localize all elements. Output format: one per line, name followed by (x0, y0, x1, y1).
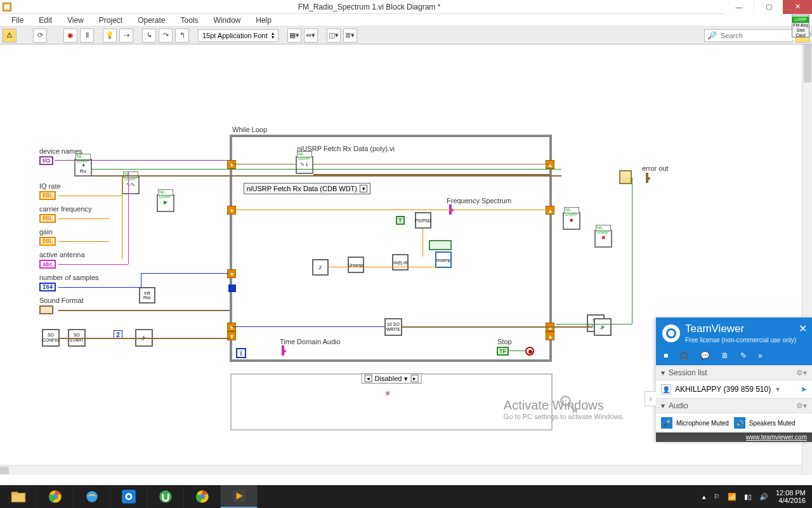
node-fetch-rx[interactable]: NI-USRP ∿⇣ (296, 156, 313, 174)
node-close[interactable]: NI-USRP ✖ (594, 230, 612, 248)
loop-stop-terminal[interactable] (525, 347, 534, 356)
poly-selector[interactable]: niUSRP Fetch Rx Data (CDB WDT) ▾ (244, 183, 370, 194)
node-sound-clear[interactable]: 🔊 (594, 318, 612, 336)
node-sound-config[interactable]: SO CONFIG (42, 329, 60, 347)
menu-window[interactable]: Window (206, 15, 249, 26)
task-chrome-2[interactable] (184, 485, 221, 508)
chevron-down-icon[interactable]: ▾ (776, 385, 780, 394)
window-close-button[interactable]: ✕ (783, 0, 812, 14)
node-z[interactable]: Z (312, 259, 329, 276)
abort-button[interactable]: ◉ (63, 29, 77, 43)
loop-shiftreg-left-1[interactable]: ▾ (227, 206, 236, 215)
task-labview[interactable] (221, 485, 258, 508)
task-teamviewer[interactable] (110, 485, 147, 508)
tray-network-icon[interactable]: 📶 (728, 493, 737, 501)
menu-file[interactable]: File (4, 15, 31, 26)
step-out-button[interactable]: ↰ (175, 29, 189, 43)
node-build-array[interactable] (619, 170, 632, 184)
session-list-header[interactable]: ▾ Session list ⚙▾ (656, 365, 812, 380)
control-stop[interactable]: TF (497, 347, 509, 356)
retain-wire-button[interactable]: ⇢ (119, 29, 133, 43)
teamviewer-link[interactable]: www.teamviewer.com (746, 434, 807, 441)
terminal-iq-rate[interactable]: DBL (39, 191, 56, 200)
task-chrome[interactable] (37, 485, 74, 508)
loop-tunnel-session-out[interactable]: ▴ (546, 160, 554, 169)
audio-section-header[interactable]: ▾ Audio ⚙▾ (656, 398, 812, 413)
chevron-right-icon[interactable]: ▸ (410, 375, 418, 382)
font-selector[interactable]: 15pt Application Font ▴▾ (198, 29, 278, 42)
tray-volume-icon[interactable]: 🔊 (759, 493, 768, 501)
run-continuously-button[interactable]: ⟳ (33, 29, 47, 43)
loop-tunnel-samples[interactable] (228, 284, 236, 292)
node-dxdt[interactable]: dx(t) dt (392, 254, 409, 271)
tray-flag-icon[interactable]: ⚐ (714, 493, 720, 501)
headset-icon[interactable]: 🎧 (679, 351, 689, 360)
indicator-time-domain-audio[interactable] (282, 345, 284, 356)
loop-shiftreg-left-2[interactable]: ▾ (227, 269, 236, 278)
menu-project[interactable]: Project (91, 15, 130, 26)
reorder-button[interactable]: ≣▾ (343, 29, 357, 43)
video-icon[interactable]: ■ (664, 351, 668, 360)
window-minimize-button[interactable]: — (724, 0, 754, 14)
task-ie[interactable] (74, 485, 110, 508)
node-sound-write[interactable]: 16 SO WRITE (384, 318, 402, 336)
node-open-session[interactable]: NI-USRP ☀Rx (74, 159, 92, 177)
chevron-down-icon[interactable]: ▾ (404, 375, 408, 383)
gear-icon[interactable]: ⚙▾ (796, 401, 807, 410)
distribute-button[interactable]: ⇔▾ (304, 29, 318, 43)
terminal-carrier-frequency[interactable]: DBL (39, 214, 56, 223)
loop-iteration-terminal[interactable]: i (236, 348, 246, 358)
task-utorrent[interactable] (147, 485, 184, 508)
menu-edit[interactable]: Edit (31, 15, 60, 26)
chat-icon[interactable]: 💬 (700, 351, 710, 360)
disable-case-selector[interactable]: ◂ Disabled ▾ ▸ (362, 373, 422, 384)
menu-operate[interactable]: Operate (130, 15, 173, 26)
node-init-resource[interactable]: Init Rsc (139, 287, 155, 304)
loop-tunnel-session-in[interactable]: ▾ (227, 160, 236, 169)
chevron-left-icon[interactable]: ◂ (365, 375, 372, 382)
menu-view[interactable]: View (60, 15, 91, 26)
tray-battery-icon[interactable]: ▮▯ (744, 493, 752, 501)
menu-help[interactable]: Help (248, 15, 279, 26)
scrollbar-thumb[interactable] (804, 44, 811, 83)
node-ps-psd[interactable]: PS/PSD (415, 212, 431, 229)
terminal-gain[interactable]: DBL (39, 237, 56, 246)
node-unwrap[interactable]: Unwrap (348, 257, 364, 273)
vi-icon-badge[interactable]: USRP FM Acq Snd Card (792, 15, 809, 37)
loop-tunnel-err-out[interactable]: ▴ (546, 331, 554, 340)
search-go-icon[interactable]: 🔍 (809, 31, 812, 40)
run-broken-button[interactable]: ⚠ (3, 29, 16, 43)
terminal-active-antenna[interactable]: abc (39, 260, 56, 269)
quickdrop-search[interactable]: 🔎 🔍 (704, 29, 793, 42)
microphone-toggle[interactable]: 🎤 Microphone Muted (661, 417, 729, 429)
terminal-device-names[interactable]: I/O (39, 156, 53, 165)
constant-tf[interactable]: T (396, 216, 405, 225)
file-icon[interactable]: 🗎 (721, 351, 729, 360)
step-over-button[interactable]: ↷ (159, 29, 173, 43)
node-resample[interactable]: resamp (435, 251, 452, 268)
highlight-exec-button[interactable]: 💡 (103, 29, 117, 43)
align-button[interactable]: ▦▾ (287, 29, 301, 43)
chevron-down-icon[interactable]: ▾ (360, 185, 367, 192)
speakers-toggle[interactable]: 🔊 Speakers Muted (734, 417, 796, 429)
horizontal-scrollbar[interactable] (0, 465, 802, 475)
pause-button[interactable]: Ⅱ (80, 29, 94, 43)
node-initiate[interactable]: NI-USRP ▶ (157, 194, 174, 212)
tray-show-hidden-icon[interactable]: ▴ (702, 493, 706, 501)
gear-icon[interactable]: ⚙▾ (796, 368, 807, 377)
whiteboard-icon[interactable]: ✎ (740, 351, 747, 360)
menu-tools[interactable]: Tools (173, 15, 206, 26)
window-maximize-button[interactable]: ▢ (754, 0, 783, 14)
step-into-button[interactable]: ↳ (142, 29, 156, 43)
more-icon[interactable]: » (758, 351, 763, 360)
node-configure-signal[interactable]: NI-USRP ∿∿ (122, 177, 140, 194)
teamviewer-collapse-tab[interactable]: › (645, 391, 656, 406)
tray-clock[interactable]: 12:08 PM 4/4/2016 (776, 489, 806, 504)
terminal-sound-format[interactable] (39, 305, 53, 314)
loop-shiftreg-right-1[interactable]: ▴ (546, 206, 554, 215)
teamviewer-close-button[interactable]: ✕ (799, 323, 807, 335)
scrollbar-thumb[interactable] (0, 467, 9, 474)
node-abort[interactable]: NI-USRP ■ (563, 212, 580, 230)
loop-tunnel-sound-in[interactable]: ▾ (227, 323, 236, 331)
task-explorer[interactable] (0, 485, 37, 508)
